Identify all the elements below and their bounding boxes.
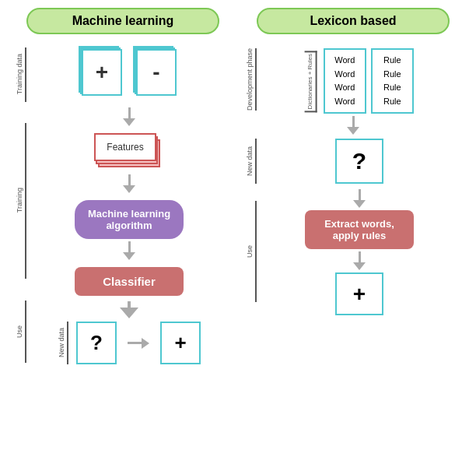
word-4: Word	[331, 95, 359, 109]
use-label-right: Use	[246, 245, 254, 258]
arrow-right-to-result	[128, 338, 149, 349]
new-data-label-right: New data	[246, 146, 254, 176]
features-stack: Features	[94, 133, 164, 172]
arrow-to-ml-algo	[123, 174, 135, 193]
arrow-to-plus-right	[353, 251, 366, 270]
rule-2: Rule	[379, 68, 406, 82]
word-2: Word	[331, 68, 359, 82]
negative-doc-stack: -	[136, 49, 177, 104]
ml-algorithm-box: Machine learning algorithm	[75, 200, 184, 239]
left-panel-title: Machine learning	[26, 8, 219, 34]
right-panel-title: Lexicon based	[257, 8, 450, 34]
new-data-label-left: New data	[58, 328, 65, 357]
arrow-to-features	[123, 107, 135, 126]
word-box: Word Word Word Word	[324, 48, 366, 114]
dict-rules-label: Dictionaries + Rules	[305, 51, 317, 112]
extract-box: Extract words, apply rules	[305, 210, 414, 249]
rule-box: Rule Rule Rule Rule	[371, 48, 414, 114]
plus-result-left: +	[160, 322, 201, 364]
large-arrow-down	[120, 301, 138, 318]
question-doc-right: ?	[335, 139, 383, 184]
classifier-box: Classifier	[75, 267, 184, 296]
features-label: Features	[94, 133, 156, 161]
question-doc-left: ?	[76, 322, 117, 364]
positive-sign: +	[82, 49, 122, 96]
arrow-to-extract	[353, 189, 366, 208]
word-1: Word	[331, 54, 359, 68]
training-label: Training	[16, 188, 23, 213]
positive-doc-stack: +	[82, 49, 122, 104]
rule-3: Rule	[379, 81, 406, 95]
training-data-label: Training data	[16, 54, 23, 94]
rule-4: Rule	[379, 95, 406, 109]
dev-phase-label: Development phase	[246, 48, 254, 111]
word-3: Word	[331, 81, 359, 95]
plus-result-right: +	[335, 272, 383, 315]
negative-sign: -	[136, 49, 177, 96]
rule-1: Rule	[379, 54, 406, 68]
use-label-left: Use	[16, 325, 23, 338]
arrow-dev-to-new	[347, 116, 359, 135]
arrow-to-classifier	[123, 241, 135, 260]
